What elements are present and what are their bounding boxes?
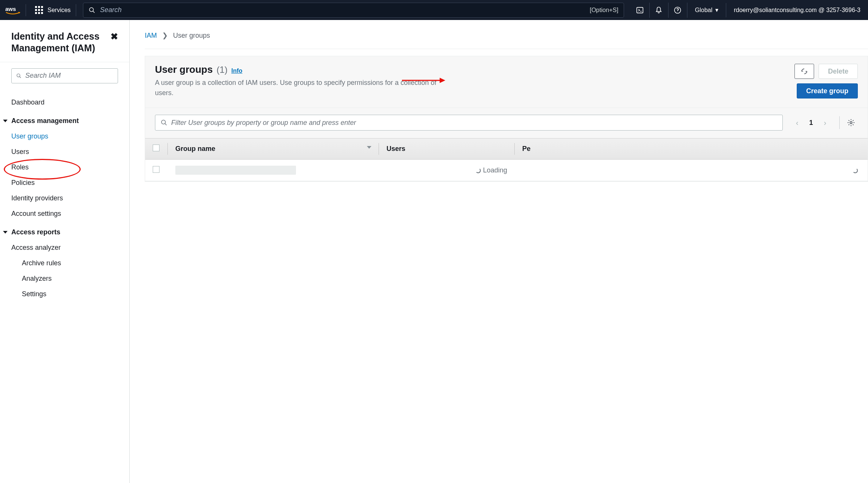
global-search-input[interactable] — [100, 6, 590, 14]
chevron-down-icon: ▾ — [715, 6, 718, 14]
column-group-name[interactable]: Group name — [168, 138, 379, 160]
row-permissions-cell — [515, 160, 868, 181]
delete-button[interactable]: Delete — [819, 64, 858, 79]
row-users-cell: Loading — [379, 160, 515, 181]
nav-dashboard[interactable]: Dashboard — [0, 95, 129, 110]
search-icon — [89, 7, 95, 14]
nav-user-groups[interactable]: User groups — [0, 129, 129, 144]
column-permissions[interactable]: Pe — [515, 138, 868, 160]
bell-icon — [655, 6, 663, 14]
panel-title: User groups — [155, 64, 213, 75]
pagination: ‹ 1 › — [790, 116, 858, 129]
breadcrumb-iam[interactable]: IAM — [145, 32, 157, 40]
nav-account-settings[interactable]: Account settings — [0, 206, 129, 222]
checkbox[interactable] — [153, 166, 159, 173]
sidebar: Identity and Access Management (IAM) ✖ D… — [0, 20, 130, 483]
notifications-button[interactable] — [650, 3, 669, 18]
svg-text:aws: aws — [5, 6, 16, 12]
top-navigation: aws Services [Option+S] Global ▾ rdoerry… — [0, 0, 868, 20]
filter-input[interactable] — [171, 119, 777, 127]
nav-section-access-management[interactable]: Access management — [0, 110, 129, 129]
main-content: IAM ❯ User groups User groups (1) Info A… — [130, 20, 868, 483]
help-button[interactable] — [669, 3, 687, 18]
search-shortcut-hint: [Option+S] — [590, 7, 618, 14]
chevron-down-icon — [3, 231, 8, 234]
table-row: Loading — [145, 160, 868, 181]
svg-line-8 — [165, 123, 167, 125]
create-group-button[interactable]: Create group — [797, 83, 858, 98]
nav-users[interactable]: Users — [0, 144, 129, 160]
row-checkbox-cell[interactable] — [145, 160, 168, 181]
svg-line-2 — [93, 11, 95, 13]
account-menu[interactable]: rdoerry@soliantconsulting.com @ 3257-369… — [726, 7, 868, 14]
next-page-button[interactable]: › — [818, 116, 832, 129]
panel-description: A user group is a collection of IAM user… — [155, 78, 442, 98]
svg-line-6 — [20, 76, 21, 78]
info-link[interactable]: Info — [232, 68, 242, 74]
help-icon — [673, 6, 682, 14]
refresh-icon — [801, 68, 808, 75]
nav-access-analyzer[interactable]: Access analyzer — [0, 240, 129, 255]
nav-settings[interactable]: Settings — [0, 286, 129, 302]
column-select-all[interactable] — [145, 138, 168, 160]
sort-icon — [367, 146, 371, 149]
divider — [839, 116, 840, 129]
svg-point-5 — [17, 74, 20, 77]
user-display: rdoerry@soliantconsulting.com @ 3257-369… — [734, 7, 860, 13]
services-label: Services — [48, 7, 71, 14]
column-users[interactable]: Users — [379, 138, 515, 160]
row-group-name-cell — [168, 160, 379, 181]
chevron-right-icon: ❯ — [162, 31, 168, 40]
breadcrumb-current: User groups — [173, 32, 210, 40]
sidebar-search-input[interactable] — [25, 72, 113, 80]
user-groups-table: Group name Users Pe Loading — [145, 138, 868, 181]
nav-archive-rules[interactable]: Archive rules — [0, 255, 129, 271]
table-settings-button[interactable] — [844, 116, 858, 129]
nav-identity-providers[interactable]: Identity providers — [0, 191, 129, 206]
svg-point-7 — [161, 120, 166, 124]
aws-logo[interactable]: aws — [5, 4, 26, 16]
search-icon — [16, 72, 21, 79]
spinner-icon — [853, 168, 858, 173]
nav-policies[interactable]: Policies — [0, 175, 129, 191]
global-search[interactable]: [Option+S] — [83, 3, 624, 18]
page-number: 1 — [805, 119, 817, 127]
grid-icon — [35, 6, 43, 14]
sidebar-search[interactable] — [11, 68, 118, 83]
cloudshell-button[interactable] — [631, 3, 650, 18]
filter-input-wrap[interactable] — [155, 115, 783, 131]
services-menu-button[interactable]: Services — [30, 4, 76, 16]
gear-icon — [847, 118, 855, 127]
user-groups-panel: User groups (1) Info A user group is a c… — [145, 56, 868, 182]
nav-roles[interactable]: Roles — [0, 160, 129, 175]
svg-point-1 — [90, 8, 94, 12]
loading-skeleton — [175, 166, 296, 175]
region-selector[interactable]: Global ▾ — [687, 3, 726, 17]
spinner-icon — [475, 168, 481, 173]
nav-section-access-reports[interactable]: Access reports — [0, 222, 129, 240]
search-icon — [161, 119, 167, 126]
checkbox[interactable] — [153, 145, 159, 151]
panel-count: (1) — [216, 65, 227, 75]
nav-analyzers[interactable]: Analyzers — [0, 271, 129, 286]
prev-page-button[interactable]: ‹ — [790, 116, 804, 129]
region-label: Global — [695, 7, 712, 14]
chevron-down-icon — [3, 120, 8, 122]
cloudshell-icon — [636, 6, 644, 14]
close-sidebar-button[interactable]: ✖ — [110, 31, 118, 42]
sidebar-title: Identity and Access Management (IAM) — [11, 31, 110, 54]
refresh-button[interactable] — [794, 64, 814, 79]
breadcrumb: IAM ❯ User groups — [145, 31, 868, 49]
svg-point-9 — [850, 122, 852, 124]
